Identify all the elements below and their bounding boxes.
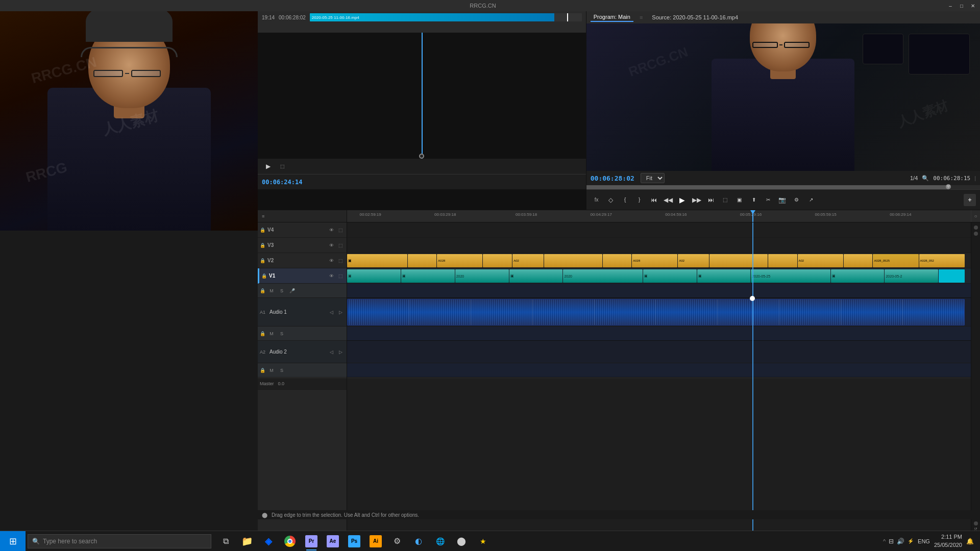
v4-track-content [347,222,971,238]
source-timecode-start: 19:14 [262,15,275,20]
tracks-wrapper: ▣ A028 A02 A028 A02 A02 [347,222,971,534]
v3-solo-btn[interactable]: ⬚ [336,241,345,249]
file-explorer-btn[interactable]: 📁 [237,531,257,552]
battery-icon[interactable]: ⚡ [908,538,914,544]
overwrite-btn[interactable]: ▣ [733,194,746,206]
v1-label: V1 [269,273,281,279]
language-label[interactable]: ENG [918,538,930,544]
marker-btn[interactable]: ◇ [605,194,617,206]
maximize-button[interactable]: □ [957,1,967,11]
a1-expand-right[interactable]: ▷ [336,308,345,316]
search-placeholder: Type here to search [43,538,97,545]
dropbox-btn[interactable]: ◈ [258,531,279,552]
play-btn[interactable]: ▶ [676,194,689,206]
track-content: ▣ A028 A02 A028 A02 A02 [347,222,971,534]
v3-visibility-btn[interactable]: 👁 [327,241,335,249]
a3-mute-btn[interactable]: M [267,366,276,374]
go-to-out-btn[interactable]: ⏭ [705,194,717,206]
step-forward-btn[interactable]: ▶▶ [691,194,703,206]
v1-visibility-btn[interactable]: 👁 [327,272,335,280]
extra-app-5[interactable]: ★ [473,531,493,552]
go-to-in-btn[interactable]: ⏮ [648,194,660,206]
step-back-btn[interactable]: ◀◀ [662,194,674,206]
a1-voice-btn[interactable]: 🎤 [288,287,296,295]
a1-mute-btn[interactable]: M [267,287,276,295]
extract-btn-source[interactable]: ⬚ [276,160,288,172]
fit-dropdown[interactable]: Fit [641,173,665,183]
end-marker-icon: | [974,175,976,181]
ruler-mark-2: 00:03:59:18 [516,212,537,217]
extract-btn[interactable]: ✂ [762,194,774,206]
program-tab[interactable]: Program: Main [591,13,633,22]
v4-solo-btn[interactable]: ⬚ [336,226,345,234]
v2-solo-btn[interactable]: ⬚ [336,257,345,265]
fx-btn[interactable]: fx [591,194,603,206]
a2-expand-right[interactable]: ▷ [336,348,345,356]
v4-label: V4 [267,227,280,233]
v2-clip-1: ▣ [348,259,352,263]
v1-clip-last [939,269,964,283]
lock-a2-top: 🔒 [260,331,265,336]
a1-solo-btn[interactable]: S [278,287,286,295]
network-icon[interactable]: ⊟ [889,538,894,545]
a2-expand-left[interactable]: ◁ [327,348,335,356]
insert-btn[interactable]: ⬚ [719,194,731,206]
v4-visibility-btn[interactable]: 👁 [327,226,335,234]
a2-solo-btn[interactable]: S [278,330,286,338]
track-headers: 🔒 V4 👁 ⬚ 🔒 V3 👁 ⬚ [258,222,347,534]
v1-clip-10: 2020-05-2 [886,274,902,278]
extra-app-1[interactable]: ⚙ [387,531,407,552]
lift-btn[interactable]: ⬆ [748,194,760,206]
task-view-btn[interactable]: ⧉ [215,531,236,552]
a3-solo-btn[interactable]: S [278,366,286,374]
source-clip-label: 2020-05-25 11-00-16.mp4 [312,15,359,20]
ae-app-btn[interactable]: Ae [323,531,343,552]
source-tab-label[interactable]: Source: 2020-05-25 11-00-16.mp4 [649,13,741,21]
play-pause-btn-source[interactable]: ▶ [262,160,274,172]
settings-btn[interactable]: ⚙ [791,194,803,206]
clock-time: 2:11 PM [934,533,962,541]
track-header-a3-toggle: 🔒 M S [258,363,347,378]
ai-app-btn[interactable]: Ai [365,531,386,552]
tab-separator: ≡ [640,14,643,20]
v1-clip-2: ▣ [402,274,406,278]
webcam-overlay: RRCG.CN 人人素材 RRCG [0,11,258,231]
v2-label: V2 [267,258,280,263]
chrome-btn[interactable] [280,531,300,552]
volume-icon[interactable]: 🔊 [897,538,904,545]
timeline-playhead-ruler [752,210,753,222]
a2-mute-btn[interactable]: M [267,330,276,338]
a1-expand-left[interactable]: ◁ [327,308,335,316]
tray-expand-icon[interactable]: ^ [883,538,886,544]
ps-app-btn[interactable]: Ps [344,531,364,552]
program-progress-bar[interactable] [586,185,980,189]
export-frame-btn[interactable]: ↗ [805,194,817,206]
extra-app-4[interactable]: ⬤ [451,531,472,552]
minimize-button[interactable]: – [945,1,955,11]
v2-visibility-btn[interactable]: 👁 [327,257,335,265]
v1-solo-btn[interactable]: ⬚ [336,272,345,280]
notification-icon[interactable]: 🔔 [966,538,974,545]
ai-icon: Ai [370,535,382,547]
premiere-icon: Pr [305,535,317,547]
out-point-btn[interactable]: } [633,194,646,206]
add-button[interactable]: + [964,194,976,206]
in-point-btn[interactable]: { [619,194,631,206]
v2-clip-3: A02 [513,259,519,262]
start-button[interactable]: ⊞ [0,531,26,552]
a1-track-content [347,298,971,327]
taskbar-clock[interactable]: 2:11 PM 25/05/2020 [934,533,962,549]
a2-label: Audio 2 [270,349,287,355]
extra-app-2[interactable]: ◐ [408,531,429,552]
close-button[interactable]: ✕ [968,1,978,11]
premiere-app-btn[interactable]: Pr [301,531,322,552]
tooltip-text: Drag edge to trim the selection. Use Alt… [272,512,419,518]
extra-app-3[interactable]: 🌐 [430,531,450,552]
track-header-a2-toggle: 🔒 M S [258,327,347,341]
taskbar-search-bar[interactable]: 🔍 Type here to search [28,534,211,548]
timecode-total: 00:06:28:15 [933,175,970,182]
ruler-end-marker: ○ [974,213,977,219]
scope-indicator-3 [974,521,978,525]
camera-btn[interactable]: 📷 [776,194,789,206]
search-icon-program[interactable]: 🔍 [922,175,929,182]
